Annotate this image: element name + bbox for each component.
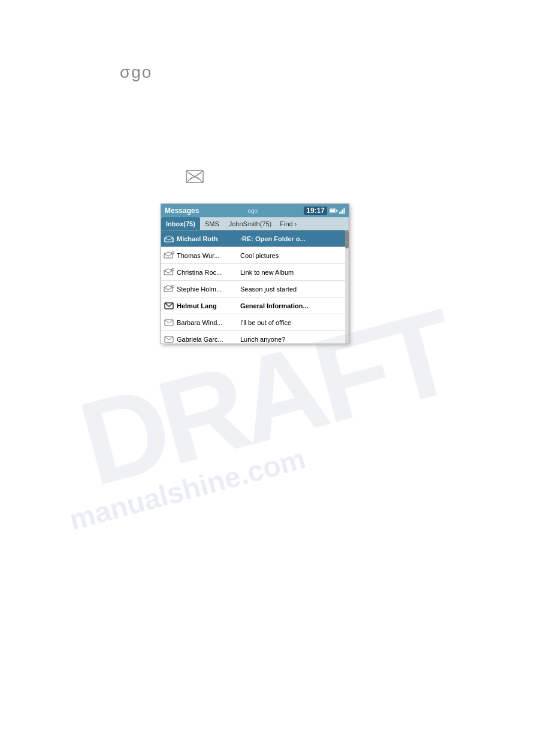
message-row[interactable]: ! Thomas Wur...Cool pictures — [161, 247, 349, 264]
mail-read-icon — [164, 336, 174, 343]
message-row[interactable]: Helmut LangGeneral Information... — [161, 297, 349, 314]
message-subject: Cool pictures — [240, 252, 346, 259]
mail-icon: ! — [164, 251, 174, 260]
tab-find[interactable]: Find › — [276, 219, 300, 229]
message-sender: Helmut Lang — [177, 302, 237, 309]
status-icons — [330, 208, 345, 214]
message-sender: Stephie Holm... — [177, 286, 237, 293]
message-row[interactable]: Michael Roth·RE: Open Folder o... — [161, 230, 349, 247]
scrollbar-thumb[interactable] — [345, 230, 349, 248]
mail-attachment-icon: ! — [164, 251, 174, 259]
tab-inbox[interactable]: Inbox(75) — [161, 217, 200, 230]
message-row[interactable]: Gabriela Garc...Lunch anyone? — [161, 331, 349, 344]
nav-tabs: Inbox(75) SMS JohnSmith(75) Find › — [161, 217, 349, 230]
mail-bold-icon — [164, 302, 174, 309]
ogo-logo: σgo — [120, 63, 152, 82]
mail-icon — [164, 318, 174, 327]
message-sender: Christina Roc... — [177, 269, 237, 276]
message-sender: Thomas Wur... — [177, 252, 237, 259]
status-bar: Messages ogo 19:17 — [161, 204, 349, 217]
svg-rect-8 — [336, 210, 337, 212]
message-subject: Link to new Album — [240, 269, 346, 276]
message-row[interactable]: ! Christina Roc...Link to new Album — [161, 264, 349, 281]
mail-attachment-icon: ! — [164, 285, 174, 293]
mail-open-icon — [164, 235, 174, 242]
message-subject: Lunch anyone? — [240, 336, 346, 343]
watermark-manualshine: manualshine.com — [66, 442, 309, 536]
message-subject: Season just started — [240, 286, 346, 293]
tab-johnsmith[interactable]: JohnSmith(75) — [224, 217, 277, 230]
time-display: 19:17 — [304, 207, 327, 215]
mail-attachment-icon: ! — [164, 268, 174, 276]
ogo-logo-text: σgo — [120, 63, 152, 81]
signal-icon — [339, 208, 345, 214]
mail-icon — [164, 235, 174, 243]
app-name: Messages — [165, 207, 199, 215]
svg-rect-9 — [330, 210, 335, 212]
message-subject: ·RE: Open Folder o... — [240, 235, 346, 242]
tab-sms[interactable]: SMS — [200, 217, 224, 230]
message-sender: Gabriela Garc... — [177, 336, 237, 343]
message-subject: General Information... — [240, 302, 346, 309]
message-row[interactable]: Barbara Wind...I'll be out of office — [161, 314, 349, 331]
mail-icon — [164, 302, 174, 310]
mail-icon: ! — [164, 285, 174, 293]
device-screen: Messages ogo 19:17 — [161, 204, 349, 344]
message-sender: Michael Roth — [177, 235, 237, 242]
ogo-small-label: ogo — [247, 208, 258, 214]
mail-read-icon — [164, 319, 174, 326]
mail-icon: ! — [164, 268, 174, 277]
svg-rect-12 — [342, 210, 343, 214]
message-subject: I'll be out of office — [240, 319, 346, 326]
envelope-icon — [186, 170, 204, 183]
svg-rect-10 — [339, 212, 340, 214]
message-sender: Barbara Wind... — [177, 319, 237, 326]
svg-rect-13 — [343, 208, 344, 214]
mail-icon — [164, 335, 174, 344]
scrollbar[interactable] — [345, 230, 349, 344]
battery-icon — [330, 208, 338, 213]
message-row[interactable]: ! Stephie Holm...Season just started — [161, 281, 349, 297]
time-area: 19:17 — [304, 207, 345, 215]
message-list: Michael Roth·RE: Open Folder o... ! Thom… — [161, 230, 349, 344]
svg-rect-11 — [340, 211, 341, 214]
